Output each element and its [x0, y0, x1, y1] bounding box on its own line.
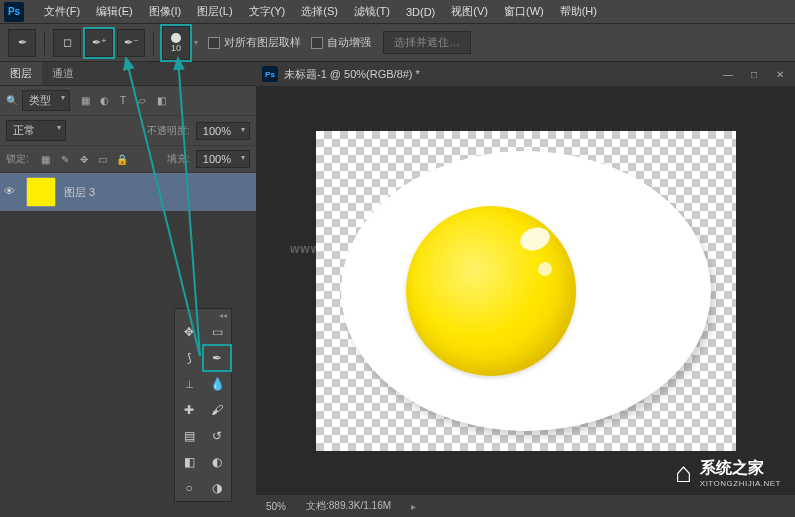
- lock-brush-icon[interactable]: ✎: [58, 152, 72, 166]
- options-bar: ✒ ◻ ✒⁺ ✒⁻ 10 ▾ 对所有图层取样 自动增强 选择并遮住…: [0, 24, 795, 62]
- app-logo: Ps: [4, 2, 24, 22]
- layer-filter-row: 🔍 类型 ▦ ◐ T ▱ ◧: [0, 86, 256, 116]
- opacity-label: 不透明度:: [147, 124, 190, 138]
- menu-type[interactable]: 文字(Y): [241, 2, 294, 21]
- menu-view[interactable]: 视图(V): [443, 2, 496, 21]
- collapse-icon[interactable]: ◂◂: [219, 311, 227, 317]
- panel-tabs: 图层 通道: [0, 62, 256, 86]
- select-and-mask-button[interactable]: 选择并遮住…: [383, 31, 471, 54]
- new-selection-icon[interactable]: ◻: [53, 29, 81, 57]
- tools-panel[interactable]: ◂◂ ✥ ▭ ⟆ ✒ ⟂ 💧 ✚ 🖌 ▤ ↺ ◧ ◐ ○ ◑: [174, 308, 232, 502]
- blend-row: 正常 不透明度: 100%: [0, 116, 256, 146]
- gradient-tool-icon[interactable]: ◐: [203, 449, 231, 475]
- history-brush-tool-icon[interactable]: ↺: [203, 423, 231, 449]
- fill-label: 填充:: [167, 152, 190, 166]
- doc-ps-icon: Ps: [262, 66, 278, 82]
- blend-mode-dropdown[interactable]: 正常: [6, 120, 66, 141]
- document-tab-bar: Ps 未标题-1 @ 50%(RGB/8#) * — □ ✕: [256, 62, 795, 86]
- document-area: Ps 未标题-1 @ 50%(RGB/8#) * — □ ✕ 50% 文档:88…: [256, 62, 795, 517]
- separator: [44, 31, 45, 55]
- fill-value[interactable]: 100%: [196, 150, 250, 168]
- eraser-tool-icon[interactable]: ◧: [175, 449, 203, 475]
- menu-layer[interactable]: 图层(L): [189, 2, 240, 21]
- menu-3d[interactable]: 3D(D): [398, 4, 443, 20]
- lock-position-icon[interactable]: ✥: [77, 152, 91, 166]
- artwork-yolk: [406, 206, 576, 376]
- menu-bar: Ps 文件(F) 编辑(E) 图像(I) 图层(L) 文字(Y) 选择(S) 滤…: [0, 0, 795, 24]
- crop-tool-icon[interactable]: ⟂: [175, 371, 203, 397]
- sample-all-label: 对所有图层取样: [224, 35, 301, 50]
- lock-pixels-icon[interactable]: ▦: [39, 152, 53, 166]
- close-button[interactable]: ✕: [771, 67, 789, 81]
- maximize-button[interactable]: □: [745, 67, 763, 81]
- lasso-tool-icon[interactable]: ⟆: [175, 345, 203, 371]
- blur-tool-icon[interactable]: ○: [175, 475, 203, 501]
- sample-all-layers-checkbox[interactable]: 对所有图层取样: [208, 35, 301, 50]
- layer-name[interactable]: 图层 3: [64, 185, 95, 200]
- stamp-tool-icon[interactable]: ▤: [175, 423, 203, 449]
- doc-info[interactable]: 文档:889.3K/1.16M: [306, 499, 391, 513]
- layer-thumbnail[interactable]: [26, 177, 56, 207]
- eyedropper-tool-icon[interactable]: 💧: [203, 371, 231, 397]
- zoom-level[interactable]: 50%: [266, 501, 286, 512]
- artboard[interactable]: [316, 131, 736, 451]
- brush-size-picker[interactable]: 10: [162, 26, 190, 60]
- current-tool-icon[interactable]: ✒: [8, 29, 36, 57]
- add-selection-icon[interactable]: ✒⁺: [85, 29, 113, 57]
- brush-dot-icon: [171, 33, 181, 43]
- status-bar: 50% 文档:889.3K/1.16M ▸: [256, 495, 795, 517]
- chevron-down-icon[interactable]: ▾: [194, 38, 198, 47]
- chevron-right-icon[interactable]: ▸: [411, 501, 416, 512]
- menu-filter[interactable]: 滤镜(T): [346, 2, 398, 21]
- quick-select-tool-icon[interactable]: ✒: [203, 345, 231, 371]
- menu-help[interactable]: 帮助(H): [552, 2, 605, 21]
- filter-pixel-icon[interactable]: ▦: [78, 94, 92, 108]
- search-icon[interactable]: 🔍: [6, 95, 18, 106]
- main-area: 图层 通道 🔍 类型 ▦ ◐ T ▱ ◧ 正常 不透明度: 100% 锁定: ▦…: [0, 62, 795, 517]
- visibility-eye-icon[interactable]: 👁: [4, 185, 18, 199]
- filter-adjust-icon[interactable]: ◐: [97, 94, 111, 108]
- filter-type-icon[interactable]: T: [116, 94, 130, 108]
- document-title[interactable]: 未标题-1 @ 50%(RGB/8#) *: [284, 67, 420, 82]
- lock-row: 锁定: ▦ ✎ ✥ ▭ 🔒 填充: 100%: [0, 146, 256, 173]
- brush-size-value: 10: [171, 43, 181, 53]
- menu-select[interactable]: 选择(S): [293, 2, 346, 21]
- canvas-viewport[interactable]: [256, 86, 795, 495]
- lock-artboard-icon[interactable]: ▭: [96, 152, 110, 166]
- lock-all-icon[interactable]: 🔒: [115, 152, 129, 166]
- auto-enhance-checkbox[interactable]: 自动增强: [311, 35, 371, 50]
- menu-image[interactable]: 图像(I): [141, 2, 189, 21]
- menu-edit[interactable]: 编辑(E): [88, 2, 141, 21]
- dodge-tool-icon[interactable]: ◑: [203, 475, 231, 501]
- checkbox-box-icon: [311, 37, 323, 49]
- heal-tool-icon[interactable]: ✚: [175, 397, 203, 423]
- menu-window[interactable]: 窗口(W): [496, 2, 552, 21]
- tab-channels[interactable]: 通道: [42, 62, 84, 85]
- separator: [153, 31, 154, 55]
- menu-file[interactable]: 文件(F): [36, 2, 88, 21]
- auto-enhance-label: 自动增强: [327, 35, 371, 50]
- brush-tool-icon[interactable]: 🖌: [203, 397, 231, 423]
- marquee-tool-icon[interactable]: ▭: [203, 319, 231, 345]
- filter-smart-icon[interactable]: ◧: [154, 94, 168, 108]
- move-tool-icon[interactable]: ✥: [175, 319, 203, 345]
- minimize-button[interactable]: —: [719, 67, 737, 81]
- checkbox-box-icon: [208, 37, 220, 49]
- layer-row[interactable]: 👁 图层 3: [0, 173, 256, 211]
- filter-type-dropdown[interactable]: 类型: [22, 90, 70, 111]
- filter-shape-icon[interactable]: ▱: [135, 94, 149, 108]
- tab-layers[interactable]: 图层: [0, 62, 42, 85]
- subtract-selection-icon[interactable]: ✒⁻: [117, 29, 145, 57]
- opacity-value[interactable]: 100%: [196, 122, 250, 140]
- lock-label: 锁定:: [6, 152, 29, 166]
